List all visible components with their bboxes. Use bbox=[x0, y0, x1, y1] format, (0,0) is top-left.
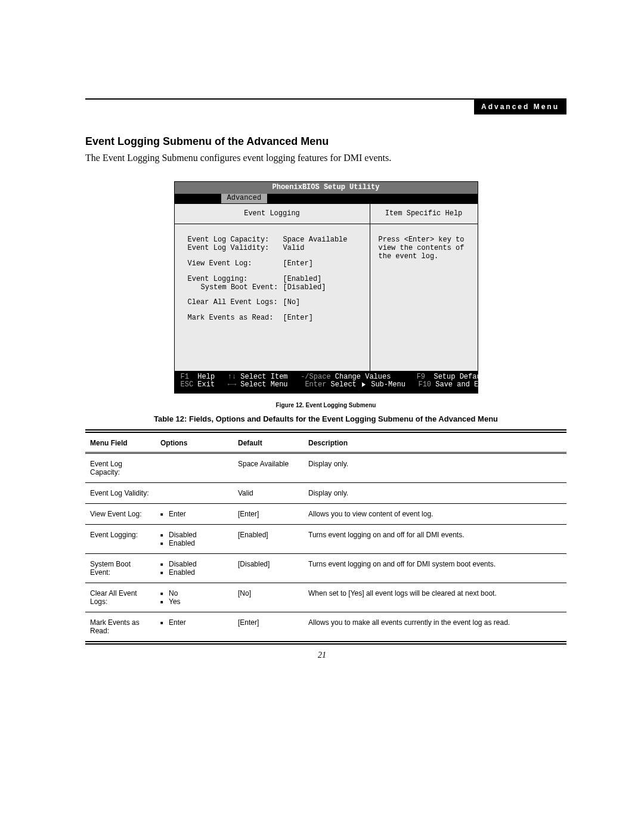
label-select-item: Select Item bbox=[240, 373, 287, 381]
key-esc: ESC bbox=[181, 380, 194, 389]
label-defaults: Setup Defaults bbox=[434, 373, 494, 381]
bios-label: Event Logging: bbox=[188, 275, 283, 284]
label-help: Help bbox=[197, 373, 215, 381]
cell-default: [No] bbox=[233, 583, 304, 612]
page: Advanced Menu Event Logging Submenu of t… bbox=[0, 0, 644, 833]
bios-row-validity[interactable]: Event Log Validity: Valid bbox=[188, 244, 364, 253]
triangle-right-icon bbox=[362, 382, 366, 387]
bios-label: Event Log Validity: bbox=[188, 244, 283, 253]
cell-menu: Event Log Validity: bbox=[85, 483, 156, 504]
option-item: Enabled bbox=[160, 568, 228, 577]
label-select-menu: Select Menu bbox=[240, 380, 287, 389]
cell-description: Turns event logging on and off for all D… bbox=[304, 525, 566, 554]
bios-right-header: Item Specific Help bbox=[370, 204, 478, 225]
intro-paragraph: The Event Logging Submenu configures eve… bbox=[85, 153, 566, 163]
table-caption: Table 12: Fields, Options and Defaults f… bbox=[85, 414, 566, 423]
cell-menu: Mark Events as Read: bbox=[85, 612, 156, 643]
bios-menubar: Advanced bbox=[175, 194, 478, 203]
cell-default: [Disabled] bbox=[233, 554, 304, 583]
options-table: Menu Field Options Default Description E… bbox=[85, 429, 566, 645]
cell-options bbox=[156, 453, 233, 483]
th-default: Default bbox=[233, 431, 304, 453]
bios-row-mark[interactable]: Mark Events as Read: [Enter] bbox=[188, 314, 364, 323]
help-line: Press <Enter> key to bbox=[379, 236, 472, 244]
option-item: Disabled bbox=[160, 560, 228, 568]
bios-screenshot: PhoenixBIOS Setup Utility Advanced Event… bbox=[174, 181, 478, 394]
option-item: Enter bbox=[160, 510, 228, 518]
table-header-row: Menu Field Options Default Description bbox=[85, 431, 566, 453]
table-row: Event Log Validity:ValidDisplay only. bbox=[85, 483, 566, 504]
cell-default: Space Available bbox=[233, 453, 304, 483]
bios-value: [Enter] bbox=[283, 260, 313, 268]
cell-default: [Enter] bbox=[233, 612, 304, 643]
bios-value: [Enter] bbox=[283, 314, 313, 323]
cell-default: Valid bbox=[233, 483, 304, 504]
option-item: Disabled bbox=[160, 531, 228, 539]
bios-left-header: Event Logging bbox=[175, 204, 370, 225]
cell-menu: Event Log Capacity: bbox=[85, 453, 156, 483]
cell-description: Display only. bbox=[304, 483, 566, 504]
bios-row-capacity[interactable]: Event Log Capacity: Space Available bbox=[188, 236, 364, 244]
label-exit: Exit bbox=[197, 380, 215, 389]
bios-value: [No] bbox=[283, 299, 301, 307]
key-f1: F1 bbox=[181, 373, 189, 381]
bios-title: PhoenixBIOS Setup Utility bbox=[175, 182, 478, 194]
help-line: the event log. bbox=[379, 253, 472, 261]
bios-row-view[interactable]: View Event Log: [Enter] bbox=[188, 260, 364, 268]
table-row: Clear All Event Logs:NoYes[No]When set t… bbox=[85, 583, 566, 612]
bios-value: [Enabled] bbox=[283, 275, 322, 284]
help-line: view the contents of bbox=[379, 244, 472, 253]
bios-row-boot[interactable]: System Boot Event: [Disabled] bbox=[188, 284, 364, 292]
label-select: Select bbox=[331, 380, 357, 389]
cell-options: NoYes bbox=[156, 583, 233, 612]
cell-description: Turns event logging on and off for DMI s… bbox=[304, 554, 566, 583]
arrows-ud-icon: ↑↓ bbox=[228, 373, 236, 381]
bios-label: System Boot Event: bbox=[188, 284, 283, 292]
key-f9: F9 bbox=[417, 373, 425, 381]
th-menu: Menu Field bbox=[85, 431, 156, 453]
cell-menu: View Event Log: bbox=[85, 504, 156, 525]
option-item: No bbox=[160, 589, 228, 597]
bios-value: Valid bbox=[283, 244, 305, 253]
header-rule: Advanced Menu bbox=[85, 98, 566, 100]
bios-help-text: Press <Enter> key to view the contents o… bbox=[370, 224, 478, 267]
table-row: Event Logging:DisabledEnabled[Enabled]Tu… bbox=[85, 525, 566, 554]
bios-row-logging[interactable]: Event Logging: [Enabled] bbox=[188, 275, 364, 284]
cell-options: DisabledEnabled bbox=[156, 554, 233, 583]
bios-footer-row-1: F1 Help ↑↓ Select Item -/Space Change Va… bbox=[181, 373, 472, 382]
bios-footer: F1 Help ↑↓ Select Item -/Space Change Va… bbox=[175, 371, 478, 394]
cell-description: Allows you to view content of event log. bbox=[304, 504, 566, 525]
cell-options: Enter bbox=[156, 504, 233, 525]
option-item: Enabled bbox=[160, 539, 228, 547]
bios-label: Mark Events as Read: bbox=[188, 314, 283, 323]
key-minus-space: -/Space bbox=[301, 373, 330, 381]
bios-left-content: Event Log Capacity: Space Available Even… bbox=[175, 224, 370, 329]
option-item: Enter bbox=[160, 618, 228, 627]
table-row: Event Log Capacity:Space AvailableDispla… bbox=[85, 453, 566, 483]
bios-row-clear[interactable]: Clear All Event Logs: [No] bbox=[188, 299, 364, 307]
bios-label: Clear All Event Logs: bbox=[188, 299, 283, 307]
cell-menu: System Boot Event: bbox=[85, 554, 156, 583]
table-row: Mark Events as Read:Enter[Enter]Allows y… bbox=[85, 612, 566, 643]
option-item: Yes bbox=[160, 597, 228, 606]
header-pill: Advanced Menu bbox=[474, 99, 566, 114]
label-change: Change Values bbox=[335, 373, 391, 381]
key-enter: Enter bbox=[305, 380, 326, 389]
bios-body: Event Logging Event Log Capacity: Space … bbox=[175, 203, 478, 371]
th-description: Description bbox=[304, 431, 566, 453]
bios-tab-advanced[interactable]: Advanced bbox=[221, 194, 268, 203]
cell-options: Enter bbox=[156, 612, 233, 643]
arrows-lr-icon: ←→ bbox=[228, 380, 236, 389]
cell-options bbox=[156, 483, 233, 504]
table-row: View Event Log:Enter[Enter]Allows you to… bbox=[85, 504, 566, 525]
section-heading: Event Logging Submenu of the Advanced Me… bbox=[85, 135, 566, 148]
bios-value: [Disabled] bbox=[283, 284, 326, 292]
page-number: 21 bbox=[0, 651, 644, 660]
cell-description: When set to [Yes] all event logs will be… bbox=[304, 583, 566, 612]
bios-label: View Event Log: bbox=[188, 260, 283, 268]
table-row: System Boot Event:DisabledEnabled[Disabl… bbox=[85, 554, 566, 583]
cell-menu: Clear All Event Logs: bbox=[85, 583, 156, 612]
th-options: Options bbox=[156, 431, 233, 453]
cell-default: [Enter] bbox=[233, 504, 304, 525]
cell-description: Allows you to make all events currently … bbox=[304, 612, 566, 643]
